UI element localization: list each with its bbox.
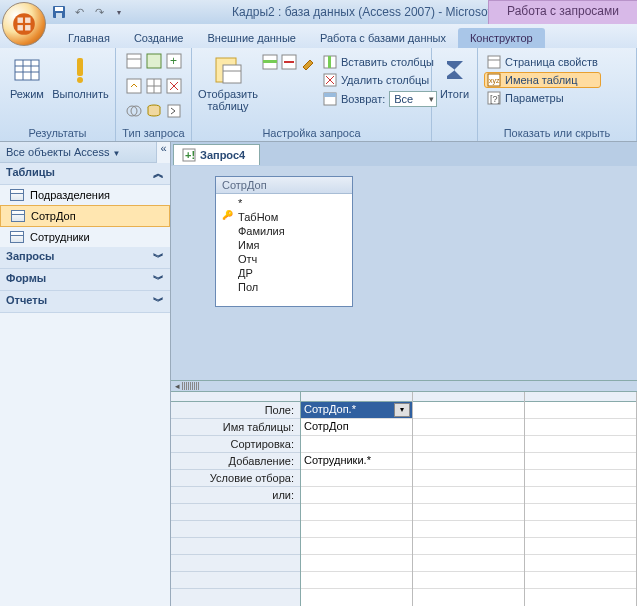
field-list-body[interactable]: * ТабНом Фамилия Имя Отч ДР Пол: [216, 194, 352, 306]
sort-cell[interactable]: [301, 436, 412, 453]
grid-column-2[interactable]: [413, 392, 525, 606]
column-selector[interactable]: [413, 392, 524, 402]
append-cell[interactable]: Сотрудники.*: [301, 453, 412, 470]
nav-category-tables[interactable]: Таблицы︽: [0, 163, 170, 185]
nav-category-reports[interactable]: Отчеты︾: [0, 291, 170, 313]
union-query-icon[interactable]: [125, 102, 143, 120]
navpane-collapse-button[interactable]: «: [156, 142, 170, 163]
update-query-icon[interactable]: [125, 77, 143, 95]
delete-query-icon[interactable]: [165, 77, 183, 95]
row-label-or: или:: [171, 487, 300, 504]
table-names-icon: xyz: [487, 73, 501, 87]
expand-icon: ︾: [153, 294, 164, 309]
criteria-cell[interactable]: [301, 470, 412, 487]
tab-database-tools[interactable]: Работа с базами данных: [308, 28, 458, 48]
return-combo[interactable]: Все: [389, 91, 437, 107]
document-area: +! Запрос4 СотрДоп * ТабНом Фамилия Имя …: [171, 142, 637, 606]
tab-create[interactable]: Создание: [122, 28, 196, 48]
column-selector[interactable]: [525, 392, 636, 402]
title-bar: ↶ ↷ ▾ Кадры2 : база данных (Access 2007)…: [0, 0, 637, 24]
svg-rect-39: [328, 56, 331, 68]
svg-rect-4: [25, 25, 30, 30]
run-button[interactable]: Выполнить: [52, 52, 109, 100]
field-row[interactable]: Отч: [220, 252, 348, 266]
svg-rect-2: [25, 18, 30, 23]
grid-column-1[interactable]: СотрДоп.* СотрДоп Сотрудники.*: [301, 392, 413, 606]
property-sheet-button[interactable]: Страница свойств: [484, 54, 601, 70]
insert-rows-icon[interactable]: [262, 54, 278, 70]
pane-splitter[interactable]: ◂: [171, 381, 637, 391]
column-selector[interactable]: [301, 392, 412, 402]
delete-rows-icon[interactable]: [281, 54, 297, 70]
parameters-button[interactable]: [?]Параметры: [484, 90, 601, 106]
row-label-sort: Сортировка:: [171, 436, 300, 453]
row-label-criteria: Условие отбора:: [171, 470, 300, 487]
svg-rect-8: [15, 60, 39, 80]
or-cell[interactable]: [301, 487, 412, 504]
office-button[interactable]: [2, 2, 46, 46]
datadefinition-query-icon[interactable]: [165, 102, 183, 120]
ribbon: Режим Выполнить Результаты + Тип запроса: [0, 48, 637, 142]
insert-columns-icon: [323, 55, 337, 69]
maketable-query-icon[interactable]: [145, 52, 163, 70]
row-label-append: Добавление:: [171, 453, 300, 470]
field-cell[interactable]: СотрДоп.*: [301, 402, 412, 419]
insert-columns-button[interactable]: Вставить столбцы: [320, 54, 440, 70]
svg-rect-7: [56, 13, 62, 18]
scroll-left-icon[interactable]: ◂: [175, 381, 180, 391]
table-cell[interactable]: СотрДоп: [301, 419, 412, 436]
table-icon: [10, 189, 24, 201]
property-sheet-icon: [487, 55, 501, 69]
sigma-icon: [439, 54, 471, 86]
grid-column-3[interactable]: [525, 392, 637, 606]
query-design-upper-pane[interactable]: СотрДоп * ТабНом Фамилия Имя Отч ДР Пол: [171, 166, 637, 381]
tab-home[interactable]: Главная: [56, 28, 122, 48]
nav-table-item-0[interactable]: Подразделения: [0, 185, 170, 205]
query-design-grid: Поле: Имя таблицы: Сортировка: Добавлени…: [171, 391, 637, 606]
field-row[interactable]: Имя: [220, 238, 348, 252]
document-tab[interactable]: +! Запрос4: [173, 144, 260, 165]
nav-table-item-1[interactable]: СотрДоп: [0, 205, 170, 227]
show-table-button[interactable]: Отобразить таблицу: [198, 52, 258, 112]
delete-columns-icon: [323, 73, 337, 87]
tab-design[interactable]: Конструктор: [458, 28, 545, 48]
svg-text:+!: +!: [185, 149, 195, 161]
field-row[interactable]: *: [220, 196, 348, 210]
builder-icon[interactable]: [300, 54, 316, 70]
svg-rect-1: [18, 18, 23, 23]
crosstab-query-icon[interactable]: [145, 77, 163, 95]
navpane-header[interactable]: Все объекты Access ▼: [0, 142, 156, 163]
field-row[interactable]: Фамилия: [220, 224, 348, 238]
tab-external-data[interactable]: Внешние данные: [196, 28, 308, 48]
svg-rect-30: [168, 105, 180, 117]
table-names-button[interactable]: xyzИмена таблиц: [484, 72, 601, 88]
delete-columns-button[interactable]: Удалить столбцы: [320, 72, 440, 88]
save-icon[interactable]: [50, 3, 68, 21]
nav-category-forms[interactable]: Формы︾: [0, 269, 170, 291]
passthrough-query-icon[interactable]: [145, 102, 163, 120]
parameters-icon: [?]: [487, 91, 501, 105]
return-row: Возврат:Все: [320, 90, 440, 108]
svg-rect-45: [488, 56, 500, 68]
table-icon: [10, 231, 24, 243]
quick-access-toolbar: ↶ ↷ ▾: [50, 3, 128, 21]
contextual-tab-label: Работа с запросами: [488, 0, 637, 24]
field-list-title[interactable]: СотрДоп: [216, 177, 352, 194]
nav-category-queries[interactable]: Запросы︾: [0, 247, 170, 269]
totals-button[interactable]: Итоги: [438, 52, 471, 100]
view-button[interactable]: Режим: [6, 52, 48, 100]
field-row[interactable]: Пол: [220, 280, 348, 294]
redo-icon[interactable]: ↷: [90, 3, 108, 21]
table-field-list[interactable]: СотрДоп * ТабНом Фамилия Имя Отч ДР Пол: [215, 176, 353, 307]
append-query-icon[interactable]: +: [165, 52, 183, 70]
field-row[interactable]: ДР: [220, 266, 348, 280]
qat-dropdown-icon[interactable]: ▾: [110, 3, 128, 21]
select-query-icon[interactable]: [125, 52, 143, 70]
grid-row-labels: Поле: Имя таблицы: Сортировка: Добавлени…: [171, 392, 301, 606]
show-table-icon: [212, 54, 244, 86]
undo-icon[interactable]: ↶: [70, 3, 88, 21]
expand-icon: ︾: [153, 250, 164, 265]
append-query-icon: +!: [182, 148, 196, 162]
nav-table-item-2[interactable]: Сотрудники: [0, 227, 170, 247]
field-row[interactable]: ТабНом: [220, 210, 348, 224]
